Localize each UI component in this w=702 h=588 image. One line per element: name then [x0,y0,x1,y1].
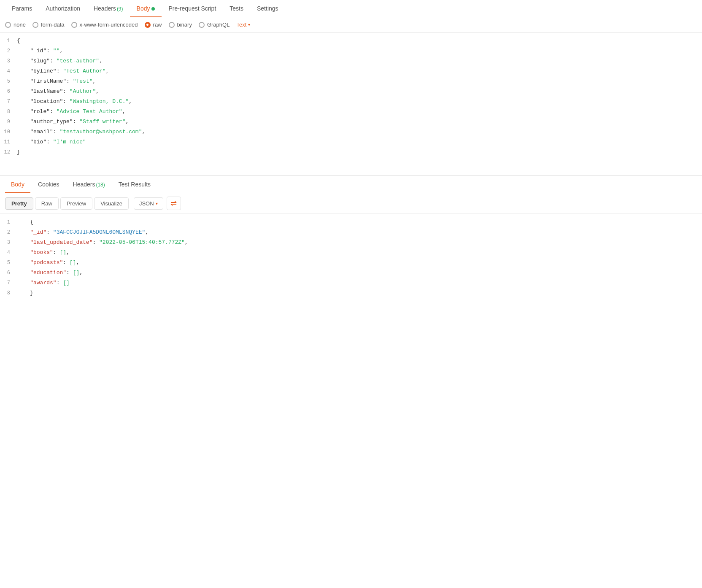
code-line: 2 "_id": "", [0,46,702,56]
resp-line-number: 3 [0,237,17,248]
resp-line-number: 7 [0,278,17,288]
code-line: 11 "bio": "I'm nice" [0,137,702,147]
resp-line-number: 5 [0,258,17,268]
resp-code-line: 3 "last_updated_date": "2022-05-06T15:40… [0,237,702,248]
chevron-down-icon: ▾ [248,22,250,27]
code-line: 12} [0,147,702,157]
resp-tab-test-results[interactable]: Test Results [113,176,157,193]
format-json-selector[interactable]: JSON ▾ [134,197,163,210]
wrap-icon: ⇌ [170,199,177,208]
option-none[interactable]: none [5,22,26,28]
code-line: 6 "lastName": "Author", [0,86,702,97]
tab-authorization[interactable]: Authorization [39,0,87,17]
line-content: "location": "Washington, D.C.", [17,97,702,107]
format-visualize[interactable]: Visualize [94,197,129,210]
tab-tests[interactable]: Tests [223,0,250,17]
tab-settings[interactable]: Settings [250,0,285,17]
code-line: 3 "slug": "test-author", [0,56,702,66]
resp-code-line: 5 "podcasts": [], [0,258,702,268]
format-raw[interactable]: Raw [35,197,59,210]
resp-line-content: "podcasts": [], [17,258,702,268]
option-urlencoded[interactable]: x-www-form-urlencoded [71,22,138,28]
code-line: 10 "email": "testauthor@washpost.com", [0,127,702,137]
tab-pre-request[interactable]: Pre-request Script [162,0,223,17]
line-content: "slug": "test-author", [17,56,702,66]
line-number: 8 [0,107,17,117]
resp-code-line: 8 } [0,288,702,298]
response-tabs: Body Cookies Headers(18) Test Results [0,176,702,193]
resp-line-number: 2 [0,227,17,237]
resp-line-content: "awards": [] [17,278,702,288]
radio-graphql [199,22,205,28]
tab-params[interactable]: Params [5,0,39,17]
line-number: 2 [0,46,17,56]
line-content: "author_type": "Staff writer", [17,117,702,127]
chevron-down-icon: ▾ [156,201,158,206]
top-nav: Params Authorization Headers(9) Body Pre… [0,0,702,17]
text-type-selector[interactable]: Text ▾ [236,22,250,28]
option-raw[interactable]: raw [145,22,162,28]
wrap-button[interactable]: ⇌ [167,197,181,210]
resp-line-content: "books": [], [17,248,702,258]
radio-none [5,22,11,28]
resp-line-content: } [17,288,702,298]
line-content: "firstName": "Test", [17,76,702,86]
resp-code-line: 1 { [0,217,702,227]
resp-tab-cookies[interactable]: Cookies [32,176,65,193]
line-content: "email": "testauthor@washpost.com", [17,127,702,137]
code-line: 4 "byline": "Test Author", [0,66,702,76]
resp-line-number: 8 [0,288,17,298]
code-line: 8 "role": "Advice Test Author", [0,107,702,117]
resp-line-number: 4 [0,248,17,258]
line-number: 12 [0,147,17,157]
line-number: 7 [0,97,17,107]
tab-body[interactable]: Body [130,0,162,17]
response-section: Body Cookies Headers(18) Test Results Pr… [0,176,702,340]
code-line: 1{ [0,36,702,46]
radio-urlencoded [71,22,77,28]
resp-code-line: 7 "awards": [] [0,278,702,288]
line-content: "byline": "Test Author", [17,66,702,76]
line-number: 4 [0,66,17,76]
format-preview[interactable]: Preview [60,197,92,210]
code-line: 5 "firstName": "Test", [0,76,702,86]
option-form-data[interactable]: form-data [32,22,65,28]
code-line: 9 "author_type": "Staff writer", [0,117,702,127]
body-dot [151,7,155,11]
resp-line-number: 6 [0,268,17,278]
resp-code-line: 2 "_id": "3AFCCJGJIFA5DGNL6OMLSNQYEE", [0,227,702,237]
line-number: 11 [0,137,17,147]
option-graphql[interactable]: GraphQL [199,22,230,28]
format-pretty[interactable]: Pretty [5,197,33,210]
request-body-editor[interactable]: 1{2 "_id": "",3 "slug": "test-author",4 … [0,32,702,176]
resp-code-line: 4 "books": [], [0,248,702,258]
line-number: 1 [0,36,17,46]
resp-tab-body[interactable]: Body [5,176,30,193]
line-number: 3 [0,56,17,66]
resp-line-content: { [17,217,702,227]
line-content: { [17,36,702,46]
resp-tab-headers[interactable]: Headers(18) [67,176,111,193]
radio-raw [145,22,151,28]
resp-code-line: 6 "education": [], [0,268,702,278]
body-options-bar: none form-data x-www-form-urlencoded raw… [0,17,702,32]
line-number: 5 [0,76,17,86]
line-content: "role": "Advice Test Author", [17,107,702,117]
code-line: 7 "location": "Washington, D.C.", [0,97,702,107]
tab-headers[interactable]: Headers(9) [87,0,130,17]
line-content: } [17,147,702,157]
resp-line-content: "education": [], [17,268,702,278]
line-number: 6 [0,86,17,97]
resp-line-content: "last_updated_date": "2022-05-06T15:40:5… [17,237,702,248]
line-number: 9 [0,117,17,127]
line-content: "_id": "", [17,46,702,56]
radio-form-data [32,22,38,28]
format-bar: Pretty Raw Preview Visualize JSON ▾ ⇌ [0,193,702,214]
radio-binary [169,22,175,28]
line-content: "bio": "I'm nice" [17,137,702,147]
resp-line-number: 1 [0,217,17,227]
resp-line-content: "_id": "3AFCCJGJIFA5DGNL6OMLSNQYEE", [17,227,702,237]
line-number: 10 [0,127,17,137]
option-binary[interactable]: binary [169,22,192,28]
line-content: "lastName": "Author", [17,86,702,97]
